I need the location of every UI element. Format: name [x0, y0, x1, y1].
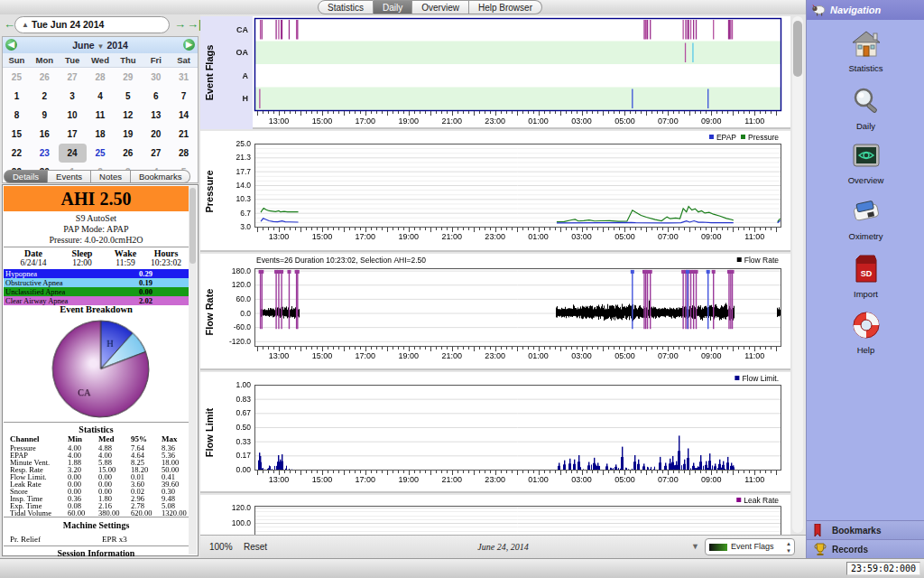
dropdown-triangle-icon[interactable]: ▼ — [691, 542, 699, 551]
sidebar-section-records[interactable]: Records — [807, 539, 924, 558]
calendar-day[interactable]: 17 — [59, 125, 87, 144]
sidebar-item-import[interactable]: SDImport — [807, 255, 924, 299]
detail-tab-notes[interactable]: Notes — [91, 170, 131, 183]
calendar-day[interactable]: 9 — [31, 106, 59, 125]
sidebar-item-overview[interactable]: Overview — [807, 143, 924, 185]
machine-info: S9 AutoSet PAP Mode: APAP Pressure: 4.0-… — [4, 213, 189, 246]
calendar-prev-month-button[interactable]: ◀ — [5, 39, 17, 51]
detail-tab-bookmarks[interactable]: Bookmarks — [131, 170, 191, 183]
month-dropdown-triangle-icon[interactable]: ▼ — [97, 42, 105, 51]
calendar-day[interactable]: 2 — [31, 87, 59, 106]
date-combo[interactable]: ▲ Tue Jun 24 2014 — [14, 16, 170, 33]
calendar-day[interactable]: 19 — [114, 125, 142, 144]
pressure-setting: Pressure: 4.0-20.0cmH2O — [4, 235, 189, 246]
calendar-day[interactable]: 31 — [170, 68, 198, 87]
sidebar-item-help[interactable]: Help — [807, 311, 924, 355]
detail-tabs: DetailsEventsNotesBookmarks — [4, 170, 190, 183]
calendar-day[interactable]: 3 — [59, 87, 87, 106]
calendar-day[interactable]: 8 — [3, 106, 31, 125]
day-name: Fri — [142, 53, 170, 67]
calendar-day[interactable]: 25 — [87, 144, 115, 163]
navigation-header: Navigation — [807, 0, 924, 20]
calendar-day[interactable]: 14 — [170, 106, 198, 125]
stat-cell: 1320.00 — [162, 509, 187, 517]
session-col-header: Hours — [145, 248, 187, 258]
sidebar-section-bookmarks[interactable]: Bookmarks — [807, 520, 924, 539]
flow-rate-chart[interactable] — [200, 254, 790, 370]
flow-limit-chart[interactable] — [200, 372, 790, 493]
stat-header: Med — [98, 435, 115, 443]
machine-model: S9 AutoSet — [4, 213, 189, 224]
magnifier-icon — [807, 87, 924, 119]
tab-statistics[interactable]: Statistics — [318, 0, 374, 14]
date-combo-value: Tue Jun 24 2014 — [32, 19, 104, 30]
calendar-day[interactable]: 21 — [170, 125, 198, 144]
sidebar-item-label: Daily — [807, 121, 924, 131]
stepper-arrows-icon: ▲▼ — [786, 540, 791, 555]
day-name: Mon — [31, 53, 59, 67]
event-row-label: Hypopnea — [5, 269, 37, 278]
chart-selector-combo[interactable]: Event Flags ▲▼ — [705, 538, 795, 555]
calendar-day[interactable]: 24 — [59, 144, 87, 163]
detail-tab-events[interactable]: Events — [48, 170, 91, 183]
calendar-day[interactable]: 23 — [31, 144, 59, 163]
calendar-day[interactable]: 15 — [3, 125, 31, 144]
detail-tab-details[interactable]: Details — [4, 170, 48, 183]
calendar-day[interactable]: 16 — [31, 125, 59, 144]
calendar-day[interactable]: 7 — [170, 87, 198, 106]
calendar-next-month-button[interactable]: ▶ — [183, 39, 195, 51]
tab-daily[interactable]: Daily — [374, 0, 412, 14]
calendar-day[interactable]: 5 — [114, 87, 142, 106]
calendar-day[interactable]: 13 — [142, 106, 170, 125]
calendar-day[interactable]: 29 — [114, 68, 142, 87]
calendar-day[interactable]: 27 — [59, 68, 87, 87]
flow-rate-chart-panel — [200, 254, 790, 370]
calendar-day[interactable]: 30 — [142, 68, 170, 87]
calendar-day[interactable]: 25 — [3, 68, 31, 87]
event-row: Hypopnea0.29 — [4, 269, 189, 278]
calendar-day[interactable]: 10 — [59, 106, 87, 125]
calendar-day[interactable]: 12 — [114, 106, 142, 125]
calendar-day[interactable]: 27 — [142, 144, 170, 163]
session-col-header: Sleep — [62, 248, 102, 258]
calendar-day[interactable]: 1 — [3, 87, 31, 106]
sidebar-section-label: Bookmarks — [832, 521, 881, 540]
event-row-value: 0.29 — [139, 269, 152, 278]
leak-rate-chart[interactable] — [200, 495, 790, 538]
event-flags-chart[interactable] — [200, 16, 790, 129]
session-col-value: 12:00 — [62, 258, 102, 267]
details-panel: AHI 2.50 S9 AutoSet PAP Mode: APAP Press… — [2, 184, 199, 556]
sidebar-item-daily[interactable]: Daily — [807, 87, 924, 131]
details-scrollbar[interactable] — [189, 186, 197, 555]
stat-header: Max — [162, 435, 178, 443]
machine-settings-title: Machine Settings — [4, 520, 189, 530]
pressure-chart-panel — [200, 131, 790, 252]
calendar-day[interactable]: 26 — [31, 68, 59, 87]
tab-help-browser[interactable]: Help Browser — [469, 0, 542, 14]
sidebar-item-statistics[interactable]: Statistics — [807, 31, 924, 73]
next-day-arrow-icon[interactable]: → — [174, 17, 186, 31]
calendar-day[interactable]: 22 — [3, 144, 31, 163]
calendar-day[interactable]: 28 — [170, 144, 198, 163]
sheep-icon — [811, 3, 826, 23]
sidebar-item-oximetry[interactable]: Oximetry — [807, 199, 924, 241]
calendar-day[interactable]: 20 — [142, 125, 170, 144]
calendar-day[interactable]: 26 — [114, 144, 142, 163]
chart-scrollbar[interactable] — [792, 16, 803, 533]
calendar-day[interactable]: 28 — [87, 68, 115, 87]
statistics-title: Statistics — [4, 424, 189, 434]
session-col-header: Wake — [107, 248, 143, 258]
calendar-day[interactable]: 6 — [142, 87, 170, 106]
event-breakdown-pie-chart — [6, 315, 191, 423]
event-row-label: Obstructive Apnea — [5, 278, 63, 287]
calendar-grid: 2526272829303112345678910111213141516171… — [3, 68, 198, 182]
calendar-day[interactable]: 11 — [87, 106, 115, 125]
calendar-day[interactable]: 4 — [87, 87, 115, 106]
pap-mode: PAP Mode: APAP — [4, 224, 189, 235]
calendar-day[interactable]: 18 — [87, 125, 115, 144]
tab-overview[interactable]: Overview — [412, 0, 469, 14]
sidebar-item-label: Statistics — [807, 63, 924, 73]
pressure-chart[interactable] — [200, 131, 790, 252]
day-name: Tue — [59, 53, 87, 67]
calendar-month: June — [72, 40, 95, 51]
